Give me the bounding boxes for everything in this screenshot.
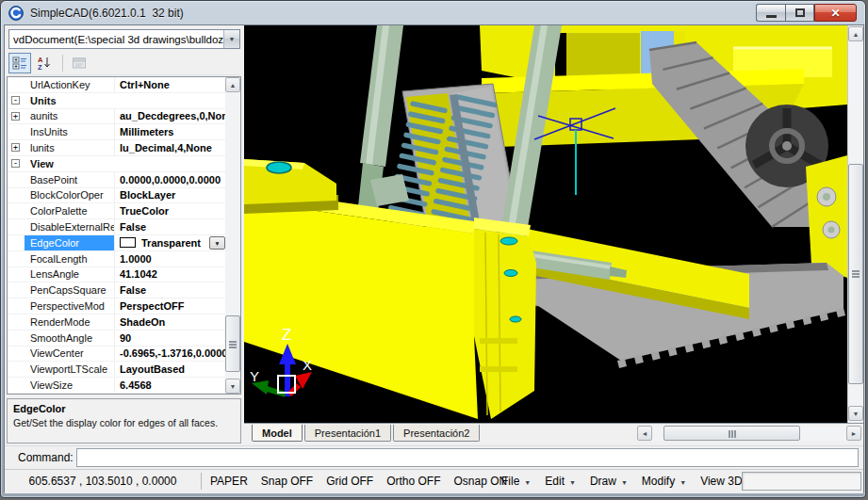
- property-name[interactable]: ViewCenter: [25, 347, 115, 362]
- viewport-hscrollbar[interactable]: ◄ ►: [637, 426, 861, 441]
- property-name[interactable]: View: [25, 156, 225, 171]
- property-row[interactable]: ViewportLTScaleLayoutBased: [8, 362, 225, 378]
- property-row[interactable]: UrlActionKeyCtrl+None: [8, 77, 225, 93]
- property-row[interactable]: InsUnitsMillimeters: [8, 124, 225, 140]
- property-pages-button[interactable]: [68, 53, 90, 73]
- property-value[interactable]: ShadeOn: [115, 315, 225, 330]
- document-selector[interactable]: vdDocument(E:\special 3d drawings\bulldo…: [8, 29, 240, 49]
- expand-plus-icon[interactable]: +: [11, 112, 20, 121]
- category-row[interactable]: -View: [8, 156, 225, 172]
- property-name[interactable]: EdgeColor: [25, 235, 115, 250]
- scrollbar-thumb[interactable]: [225, 315, 240, 372]
- property-value[interactable]: 0.0000,0.0000,0.0000: [115, 172, 225, 187]
- category-row[interactable]: -Units: [8, 93, 225, 109]
- tab-presentación2[interactable]: Presentación2: [393, 425, 480, 442]
- property-value[interactable]: Ctrl+None: [115, 77, 225, 92]
- toggle-paper[interactable]: PAPER: [210, 475, 248, 488]
- property-row[interactable]: DisableExternalRefeFalse: [8, 219, 225, 235]
- property-name[interactable]: Units: [25, 93, 225, 108]
- scroll-down-icon[interactable]: ▼: [225, 379, 240, 394]
- property-name[interactable]: InsUnits: [25, 124, 115, 139]
- property-row[interactable]: ColorPaletteTrueColor: [8, 203, 225, 219]
- property-row[interactable]: ViewCenter-0.6965,-1.3716,0.0000: [8, 347, 225, 363]
- alphabetical-sort-button[interactable]: A Z: [33, 53, 56, 73]
- command-input[interactable]: [76, 448, 859, 467]
- toggle-grid-off[interactable]: Grid OFF: [326, 475, 373, 488]
- viewport-vscrollbar[interactable]: ▲ ▼: [847, 25, 863, 423]
- scroll-left-icon[interactable]: ◄: [637, 426, 652, 441]
- property-name[interactable]: RenderMode: [25, 315, 115, 330]
- scrollbar-thumb[interactable]: [663, 426, 800, 441]
- scrollbar-thumb[interactable]: [848, 164, 863, 384]
- property-row[interactable]: +lunitslu_Decimal,4,None: [8, 140, 225, 156]
- property-name[interactable]: PerspectiveMod: [25, 298, 115, 314]
- toggle-osnap-on[interactable]: Osnap ON: [454, 475, 508, 488]
- property-value-text: PerspectOFF: [120, 300, 184, 312]
- property-value[interactable]: PerspectOFF: [115, 298, 225, 314]
- property-value[interactable]: TrueColor: [115, 203, 225, 218]
- menu-label: View 3D: [700, 475, 742, 488]
- scroll-up-icon[interactable]: ▲: [848, 26, 863, 41]
- property-name[interactable]: BlockColorOper: [25, 188, 115, 203]
- property-value[interactable]: 6.4568: [115, 378, 225, 393]
- menu-draw[interactable]: Draw▼: [590, 475, 628, 488]
- property-name[interactable]: lunits: [25, 140, 115, 155]
- property-row[interactable]: +aunitsau_Decdegrees,0,None: [8, 109, 225, 125]
- az-sort-icon: A Z: [37, 56, 52, 71]
- categorized-view-button[interactable]: [8, 53, 31, 73]
- menu-edit[interactable]: Edit▼: [545, 475, 576, 488]
- property-row[interactable]: ViewSize6.4568: [8, 378, 225, 394]
- property-name[interactable]: DisableExternalRefe: [25, 219, 115, 234]
- property-row[interactable]: PerspectiveModPerspectOFF: [8, 298, 225, 315]
- property-name[interactable]: PenCapsSquare: [25, 282, 115, 298]
- property-value[interactable]: Transparent▼: [115, 235, 225, 250]
- property-row[interactable]: FocalLength1.0000: [8, 251, 225, 267]
- property-value[interactable]: 90: [115, 331, 225, 346]
- property-value[interactable]: Millimeters: [115, 124, 225, 139]
- scroll-down-icon[interactable]: ▼: [848, 406, 863, 421]
- property-row[interactable]: BlockColorOperBlockLayer: [8, 188, 225, 204]
- close-button[interactable]: ✕: [814, 4, 857, 22]
- tab-presentación1[interactable]: Presentación1: [304, 425, 391, 442]
- maximize-button[interactable]: [785, 4, 814, 22]
- property-value[interactable]: 1.0000: [115, 251, 225, 266]
- scroll-right-icon[interactable]: ►: [846, 426, 861, 441]
- property-name[interactable]: SmoothAngle: [25, 331, 115, 346]
- property-name[interactable]: ViewportLTScale: [25, 362, 115, 377]
- tab-model[interactable]: Model: [252, 425, 303, 442]
- property-name[interactable]: aunits: [25, 109, 115, 124]
- property-name[interactable]: ViewSize: [25, 378, 115, 393]
- property-row[interactable]: LensAngle41.1042: [8, 267, 225, 283]
- property-value[interactable]: au_Decdegrees,0,None: [115, 109, 225, 124]
- menu-file[interactable]: File▼: [501, 475, 531, 488]
- property-value[interactable]: lu_Decimal,4,None: [115, 140, 225, 155]
- toggle-ortho-off[interactable]: Ortho OFF: [386, 475, 440, 488]
- property-grid-scrollbar[interactable]: ▲ ▼: [225, 77, 240, 394]
- property-value[interactable]: 41.1042: [115, 267, 225, 282]
- property-value[interactable]: -0.6965,-1.3716,0.0000: [115, 347, 225, 362]
- property-value[interactable]: BlockLayer: [115, 188, 225, 203]
- property-name[interactable]: ColorPalette: [25, 203, 115, 218]
- property-row[interactable]: EdgeColorTransparent▼: [8, 235, 225, 251]
- scroll-up-icon[interactable]: ▲: [225, 77, 240, 92]
- collapse-minus-icon[interactable]: -: [11, 96, 20, 105]
- property-row[interactable]: PenCapsSquareFalse: [8, 282, 225, 298]
- expand-plus-icon[interactable]: +: [11, 143, 20, 152]
- property-value[interactable]: False: [115, 282, 225, 298]
- menu-modify[interactable]: Modify▼: [642, 475, 686, 488]
- viewport-canvas[interactable]: Z X Y: [244, 25, 847, 423]
- chevron-down-icon[interactable]: ▼: [223, 30, 239, 48]
- property-row[interactable]: RenderModeShadeOn: [8, 315, 225, 331]
- property-value[interactable]: LayoutBased: [115, 362, 225, 377]
- property-name[interactable]: UrlActionKey: [25, 77, 115, 92]
- property-name[interactable]: FocalLength: [25, 251, 115, 266]
- property-value[interactable]: False: [115, 219, 225, 234]
- property-name[interactable]: LensAngle: [25, 267, 115, 282]
- minimize-button[interactable]: [756, 4, 785, 22]
- property-name[interactable]: BasePoint: [25, 172, 115, 187]
- collapse-minus-icon[interactable]: -: [11, 159, 20, 168]
- property-row[interactable]: BasePoint0.0000,0.0000,0.0000: [8, 172, 225, 188]
- property-row[interactable]: SmoothAngle90: [8, 331, 225, 347]
- value-dropdown-button[interactable]: ▼: [209, 236, 225, 250]
- toggle-snap-off[interactable]: Snap OFF: [261, 475, 313, 488]
